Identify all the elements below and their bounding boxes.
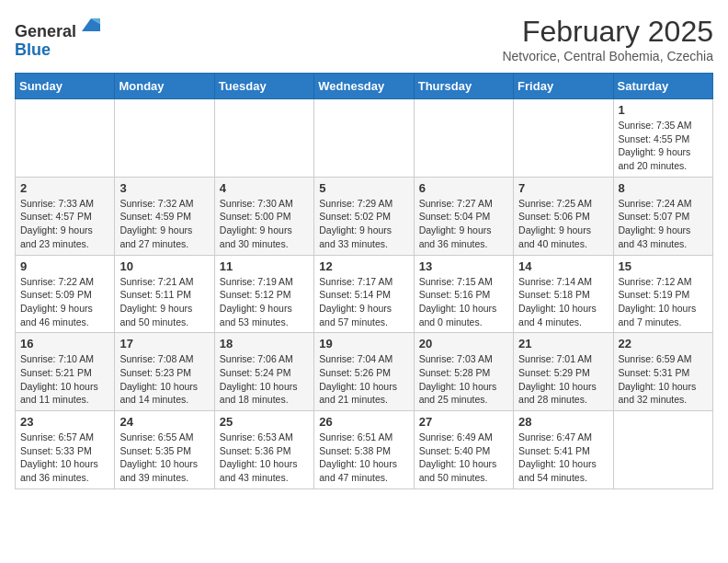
day-cell-4-3: 26Sunrise: 6:51 AM Sunset: 5:38 PM Dayli…	[314, 411, 414, 489]
day-cell-3-6: 22Sunrise: 6:59 AM Sunset: 5:31 PM Dayli…	[613, 333, 712, 411]
week-row-0: 1Sunrise: 7:35 AM Sunset: 4:55 PM Daylig…	[16, 99, 713, 178]
day-number: 24	[119, 415, 209, 429]
day-number: 5	[319, 181, 408, 195]
day-info: Sunrise: 7:10 AM Sunset: 5:21 PM Dayligh…	[20, 352, 109, 407]
day-number: 12	[319, 259, 408, 273]
day-cell-2-0: 9Sunrise: 7:22 AM Sunset: 5:09 PM Daylig…	[16, 255, 115, 333]
day-info: Sunrise: 7:35 AM Sunset: 4:55 PM Dayligh…	[619, 119, 708, 173]
logo-general: General	[15, 22, 76, 40]
day-number: 21	[518, 337, 608, 350]
day-number: 16	[20, 337, 109, 350]
location: Netvorice, Central Bohemia, Czechia	[502, 49, 713, 63]
day-info: Sunrise: 7:25 AM Sunset: 5:06 PM Dayligh…	[518, 197, 608, 251]
day-info: Sunrise: 7:21 AM Sunset: 5:11 PM Dayligh…	[119, 275, 209, 329]
day-cell-2-5: 14Sunrise: 7:14 AM Sunset: 5:18 PM Dayli…	[514, 255, 613, 333]
weekday-header-friday: Friday	[514, 74, 613, 99]
day-cell-1-6: 8Sunrise: 7:24 AM Sunset: 5:07 PM Daylig…	[613, 177, 712, 255]
day-number: 20	[419, 337, 508, 350]
day-number: 4	[220, 181, 309, 195]
week-row-4: 23Sunrise: 6:57 AM Sunset: 5:33 PM Dayli…	[16, 411, 713, 489]
week-row-3: 16Sunrise: 7:10 AM Sunset: 5:21 PM Dayli…	[16, 333, 713, 411]
day-number: 9	[20, 259, 109, 273]
day-number: 8	[619, 181, 708, 195]
day-info: Sunrise: 7:19 AM Sunset: 5:12 PM Dayligh…	[220, 275, 309, 329]
day-cell-1-5: 7Sunrise: 7:25 AM Sunset: 5:06 PM Daylig…	[514, 177, 613, 255]
day-cell-3-1: 17Sunrise: 7:08 AM Sunset: 5:23 PM Dayli…	[115, 333, 214, 411]
day-number: 18	[220, 337, 309, 350]
week-row-1: 2Sunrise: 7:33 AM Sunset: 4:57 PM Daylig…	[16, 177, 713, 255]
day-cell-2-3: 12Sunrise: 7:17 AM Sunset: 5:14 PM Dayli…	[314, 255, 414, 333]
day-info: Sunrise: 7:03 AM Sunset: 5:28 PM Dayligh…	[419, 352, 508, 407]
day-cell-4-6	[613, 411, 712, 489]
day-cell-0-1	[115, 99, 214, 178]
day-cell-3-2: 18Sunrise: 7:06 AM Sunset: 5:24 PM Dayli…	[214, 333, 313, 411]
day-cell-4-1: 24Sunrise: 6:55 AM Sunset: 5:35 PM Dayli…	[115, 411, 214, 489]
day-cell-2-6: 15Sunrise: 7:12 AM Sunset: 5:19 PM Dayli…	[613, 255, 712, 333]
day-cell-4-5: 28Sunrise: 6:47 AM Sunset: 5:41 PM Dayli…	[514, 411, 613, 489]
day-cell-1-3: 5Sunrise: 7:29 AM Sunset: 5:02 PM Daylig…	[314, 177, 414, 255]
day-cell-0-4	[414, 99, 513, 178]
day-cell-3-5: 21Sunrise: 7:01 AM Sunset: 5:29 PM Dayli…	[514, 333, 613, 411]
week-row-2: 9Sunrise: 7:22 AM Sunset: 5:09 PM Daylig…	[16, 255, 713, 333]
weekday-header-sunday: Sunday	[16, 74, 115, 99]
weekday-header-wednesday: Wednesday	[314, 74, 414, 99]
day-info: Sunrise: 6:59 AM Sunset: 5:31 PM Dayligh…	[619, 352, 708, 407]
day-info: Sunrise: 7:01 AM Sunset: 5:29 PM Dayligh…	[518, 352, 608, 407]
day-number: 14	[518, 259, 608, 273]
month-year: February 2025	[502, 15, 713, 49]
day-cell-3-0: 16Sunrise: 7:10 AM Sunset: 5:21 PM Dayli…	[16, 333, 115, 411]
weekday-header-monday: Monday	[115, 74, 214, 99]
day-cell-2-4: 13Sunrise: 7:15 AM Sunset: 5:16 PM Dayli…	[414, 255, 513, 333]
day-info: Sunrise: 7:29 AM Sunset: 5:02 PM Dayligh…	[319, 197, 408, 251]
day-info: Sunrise: 7:17 AM Sunset: 5:14 PM Dayligh…	[319, 275, 408, 329]
logo: General Blue	[15, 15, 100, 60]
weekday-header-thursday: Thursday	[414, 74, 513, 99]
day-number: 27	[419, 415, 508, 429]
weekday-header-row: SundayMondayTuesdayWednesdayThursdayFrid…	[16, 74, 713, 99]
day-number: 15	[619, 259, 708, 273]
day-number: 19	[319, 337, 408, 350]
day-number: 17	[119, 337, 209, 350]
day-cell-4-2: 25Sunrise: 6:53 AM Sunset: 5:36 PM Dayli…	[214, 411, 313, 489]
day-cell-0-3	[314, 99, 414, 178]
day-number: 3	[119, 181, 209, 195]
day-number: 2	[20, 181, 109, 195]
day-cell-0-6: 1Sunrise: 7:35 AM Sunset: 4:55 PM Daylig…	[613, 99, 712, 178]
day-number: 28	[518, 415, 608, 429]
day-info: Sunrise: 6:47 AM Sunset: 5:41 PM Dayligh…	[518, 431, 608, 485]
day-cell-0-2	[214, 99, 313, 178]
day-info: Sunrise: 6:53 AM Sunset: 5:36 PM Dayligh…	[220, 431, 309, 485]
weekday-header-tuesday: Tuesday	[214, 74, 313, 99]
title-block: February 2025 Netvorice, Central Bohemia…	[502, 15, 713, 63]
day-number: 25	[220, 415, 309, 429]
day-info: Sunrise: 6:51 AM Sunset: 5:38 PM Dayligh…	[319, 431, 408, 485]
day-info: Sunrise: 6:57 AM Sunset: 5:33 PM Dayligh…	[20, 431, 109, 485]
weekday-header-saturday: Saturday	[613, 74, 712, 99]
day-cell-1-1: 3Sunrise: 7:32 AM Sunset: 4:59 PM Daylig…	[115, 177, 214, 255]
day-info: Sunrise: 6:55 AM Sunset: 5:35 PM Dayligh…	[119, 431, 209, 485]
day-number: 11	[220, 259, 309, 273]
day-info: Sunrise: 7:22 AM Sunset: 5:09 PM Dayligh…	[20, 275, 109, 329]
day-info: Sunrise: 7:08 AM Sunset: 5:23 PM Dayligh…	[119, 352, 209, 407]
day-info: Sunrise: 7:15 AM Sunset: 5:16 PM Dayligh…	[419, 275, 508, 329]
day-cell-1-4: 6Sunrise: 7:27 AM Sunset: 5:04 PM Daylig…	[414, 177, 513, 255]
calendar: SundayMondayTuesdayWednesdayThursdayFrid…	[15, 73, 713, 489]
day-number: 6	[419, 181, 508, 195]
day-number: 26	[319, 415, 408, 429]
day-info: Sunrise: 7:27 AM Sunset: 5:04 PM Dayligh…	[419, 197, 508, 251]
day-info: Sunrise: 7:24 AM Sunset: 5:07 PM Dayligh…	[619, 197, 708, 251]
day-info: Sunrise: 7:33 AM Sunset: 4:57 PM Dayligh…	[20, 197, 109, 251]
day-number: 22	[619, 337, 708, 350]
day-info: Sunrise: 7:14 AM Sunset: 5:18 PM Dayligh…	[518, 275, 608, 329]
day-cell-1-0: 2Sunrise: 7:33 AM Sunset: 4:57 PM Daylig…	[16, 177, 115, 255]
day-cell-4-4: 27Sunrise: 6:49 AM Sunset: 5:40 PM Dayli…	[414, 411, 513, 489]
day-number: 13	[419, 259, 508, 273]
day-info: Sunrise: 7:32 AM Sunset: 4:59 PM Dayligh…	[119, 197, 209, 251]
day-cell-2-1: 10Sunrise: 7:21 AM Sunset: 5:11 PM Dayli…	[115, 255, 214, 333]
day-cell-0-0	[16, 99, 115, 178]
day-info: Sunrise: 7:04 AM Sunset: 5:26 PM Dayligh…	[319, 352, 408, 407]
day-number: 23	[20, 415, 109, 429]
logo-icon	[78, 15, 100, 37]
day-info: Sunrise: 7:12 AM Sunset: 5:19 PM Dayligh…	[619, 275, 708, 329]
day-cell-2-2: 11Sunrise: 7:19 AM Sunset: 5:12 PM Dayli…	[214, 255, 313, 333]
